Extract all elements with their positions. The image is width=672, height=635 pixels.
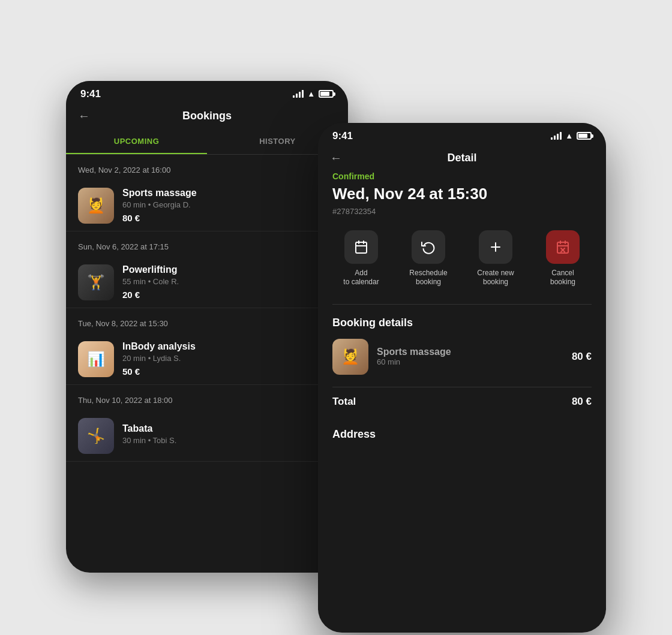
calendar-icon-wrapper (344, 230, 378, 264)
phone-bookings: 9:41 ▲ ← Bookings UPCOMING HIST (66, 81, 348, 573)
battery-icon-front (577, 132, 592, 140)
service-price: 80 € (572, 351, 592, 363)
booking-date-3: Tue, Nov 8, 2022 at 15:30 (66, 308, 348, 334)
booking-item-2[interactable]: 🏋️ Powerlifting 55 min • Cole R. 20 € (66, 257, 348, 308)
back-button-detail[interactable]: ← (330, 151, 342, 165)
tab-upcoming[interactable]: UPCOMING (66, 130, 207, 154)
reschedule-icon (421, 240, 436, 254)
add-to-calendar-button[interactable]: Addto calendar (332, 230, 390, 287)
service-duration: 60 min (377, 357, 563, 366)
address-title: Address (318, 428, 606, 441)
thumb-img-4: 🤸 (78, 418, 114, 454)
detail-header: ← Detail (318, 147, 606, 171)
booking-name-4: Tabata (122, 423, 336, 434)
booking-date-2: Sun, Nov 6, 2022 at 17:15 (66, 231, 348, 257)
cancel-icon-wrapper (546, 230, 580, 264)
cancel-icon (556, 240, 570, 254)
cancel-booking-label: Cancelbooking (550, 269, 575, 287)
confirmed-status: Confirmed (332, 171, 592, 181)
wifi-icon-front: ▲ (565, 131, 573, 140)
status-icons-back: ▲ (293, 89, 334, 98)
thumb-img-1: 💆 (78, 188, 114, 224)
bookings-tabs: UPCOMING HISTORY (66, 130, 348, 155)
reschedule-label: Reschedulebooking (409, 269, 447, 287)
booking-item-3[interactable]: 📊 InBody analysis 20 min • Lydia S. 50 € (66, 334, 348, 385)
booking-info-2: Powerlifting 55 min • Cole R. 20 € (122, 264, 336, 300)
service-info: Sports massage 60 min (377, 347, 563, 366)
booking-id: #278732354 (332, 207, 592, 216)
back-button-bookings[interactable]: ← (78, 109, 90, 123)
total-label: Total (332, 396, 356, 408)
create-booking-button[interactable]: Create newbooking (467, 230, 524, 287)
booking-name-3: InBody analysis (122, 341, 336, 352)
service-name: Sports massage (377, 347, 563, 357)
booking-thumb-1: 💆 (78, 188, 114, 224)
booking-details-title: Booking details (332, 317, 592, 329)
thumb-img-3: 📊 (78, 341, 114, 377)
booking-meta-2: 55 min • Cole R. (122, 277, 336, 286)
booking-date-4: Thu, Nov 10, 2022 at 18:00 (66, 385, 348, 411)
booking-meta-4: 30 min • Tobi S. (122, 436, 336, 445)
booking-thumb-2: 🏋️ (78, 264, 114, 300)
wifi-icon: ▲ (307, 89, 315, 98)
phone-detail: 9:41 ▲ ← Detail Confirmed Wed, (318, 123, 606, 633)
plus-icon-wrapper (479, 230, 512, 264)
detail-content: Confirmed Wed, Nov 24 at 15:30 #27873235… (318, 171, 606, 416)
detail-title: Detail (447, 152, 476, 164)
signal-icon (293, 91, 304, 98)
booking-thumb-4: 🤸 (78, 418, 114, 454)
reschedule-icon-wrapper (412, 230, 445, 264)
service-thumb-img: 💆 (332, 339, 368, 375)
status-bar-back: 9:41 ▲ (66, 81, 348, 105)
create-booking-label: Create newbooking (477, 269, 514, 287)
svg-rect-0 (356, 242, 367, 253)
booking-info-4: Tabata 30 min • Tobi S. (122, 423, 336, 449)
booking-price-3: 50 € (122, 366, 336, 377)
calendar-icon (354, 240, 368, 254)
booking-date-1: Wed, Nov 2, 2022 at 16:00 (66, 155, 348, 180)
bookings-title: Bookings (182, 110, 232, 122)
battery-icon (319, 90, 334, 98)
plus-icon (488, 240, 503, 254)
detail-datetime: Wed, Nov 24 at 15:30 (332, 185, 592, 203)
service-row: 💆 Sports massage 60 min 80 € (332, 339, 592, 375)
time-back: 9:41 (80, 88, 101, 100)
booking-name-1: Sports massage (122, 188, 336, 198)
total-row: Total 80 € (332, 387, 592, 416)
booking-info-3: InBody analysis 20 min • Lydia S. 50 € (122, 341, 336, 377)
status-bar-front: 9:41 ▲ (318, 123, 606, 147)
booking-price-2: 20 € (122, 290, 336, 300)
booking-list: Wed, Nov 2, 2022 at 16:00 💆 Sports massa… (66, 155, 348, 462)
service-thumb: 💆 (332, 339, 368, 375)
booking-item-4[interactable]: 🤸 Tabata 30 min • Tobi S. (66, 411, 348, 462)
thumb-img-2: 🏋️ (78, 264, 114, 300)
svg-rect-6 (557, 242, 568, 253)
signal-icon-front (551, 133, 562, 140)
status-icons-front: ▲ (551, 131, 592, 140)
booking-meta-3: 20 min • Lydia S. (122, 354, 336, 363)
time-front: 9:41 (332, 130, 353, 142)
add-to-calendar-label: Addto calendar (343, 269, 379, 287)
reschedule-booking-button[interactable]: Reschedulebooking (400, 230, 457, 287)
divider-1 (332, 304, 592, 305)
booking-info-1: Sports massage 60 min • Georgia D. 80 € (122, 188, 336, 223)
total-price: 80 € (572, 396, 592, 408)
action-buttons: Addto calendar Reschedulebooking (332, 230, 592, 287)
booking-price-1: 80 € (122, 213, 336, 223)
booking-meta-1: 60 min • Georgia D. (122, 200, 336, 209)
cancel-booking-button[interactable]: Cancelbooking (534, 230, 592, 287)
bookings-header: ← Bookings (66, 105, 348, 130)
booking-name-2: Powerlifting (122, 264, 336, 275)
booking-thumb-3: 📊 (78, 341, 114, 377)
booking-item-1[interactable]: 💆 Sports massage 60 min • Georgia D. 80 … (66, 180, 348, 231)
